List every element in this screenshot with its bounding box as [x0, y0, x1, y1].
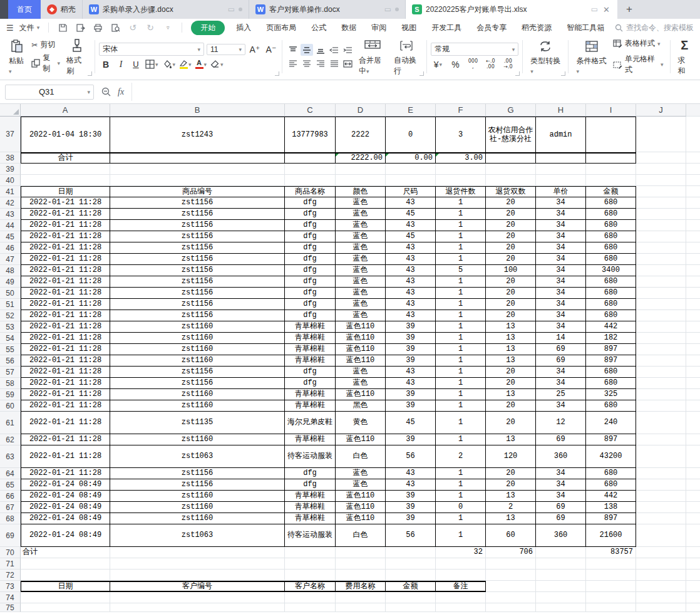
- cell-D75[interactable]: [336, 603, 386, 612]
- cell-D67[interactable]: 蓝色110: [336, 502, 386, 513]
- cell-H54[interactable]: 14: [536, 333, 586, 344]
- undo-button[interactable]: ↺: [125, 21, 140, 34]
- cell-I38[interactable]: [586, 152, 636, 164]
- cell-I51[interactable]: 680: [586, 299, 636, 310]
- cell-C65[interactable]: dfg: [285, 479, 336, 491]
- cell-overflow[interactable]: [686, 265, 700, 276]
- cell-overflow[interactable]: [686, 592, 700, 603]
- cell-F61[interactable]: 1: [436, 412, 486, 434]
- cell-F42[interactable]: 1: [436, 197, 486, 209]
- cell-I42[interactable]: 680: [586, 197, 636, 209]
- cell-F47[interactable]: 1: [436, 254, 486, 265]
- cell-H74[interactable]: [536, 592, 586, 603]
- cell-G46[interactable]: 20: [486, 242, 536, 254]
- cell-A45[interactable]: 2022-01-21 11:28: [21, 231, 110, 242]
- cell-I67[interactable]: 138: [586, 502, 636, 513]
- cell-D42[interactable]: 蓝色: [336, 197, 386, 209]
- row-header-47[interactable]: 47: [0, 254, 21, 265]
- tab-rice[interactable]: ❖ 稻壳: [41, 0, 83, 19]
- cell-H44[interactable]: 34: [536, 220, 586, 231]
- cell-J60[interactable]: [636, 400, 686, 412]
- cell-overflow[interactable]: [686, 242, 700, 254]
- cell-H49[interactable]: 34: [536, 276, 586, 288]
- cell-H53[interactable]: 34: [536, 321, 586, 333]
- font-size-select[interactable]: 11 ▾: [207, 44, 245, 55]
- cell-C71[interactable]: [285, 558, 336, 570]
- cell-J62[interactable]: [636, 434, 686, 445]
- cell-A55[interactable]: 2022-01-21 11:28: [21, 344, 110, 355]
- cell-F57[interactable]: 1: [436, 367, 486, 378]
- cell-B44[interactable]: zst1156: [110, 220, 285, 231]
- cell-G59[interactable]: 13: [486, 389, 536, 400]
- cell-overflow[interactable]: [686, 209, 700, 220]
- row-header-65[interactable]: 65: [0, 479, 21, 491]
- row-header-66[interactable]: 66: [0, 491, 21, 502]
- menu-tab-start[interactable]: 开始: [191, 21, 225, 35]
- justify-button[interactable]: [328, 58, 341, 70]
- row-header-42[interactable]: 42: [0, 197, 21, 209]
- cell-F49[interactable]: 1: [436, 276, 486, 288]
- cell-F75[interactable]: [436, 603, 486, 612]
- cell-J56[interactable]: [636, 355, 686, 367]
- cell-overflow[interactable]: [686, 558, 700, 570]
- cell-A58[interactable]: 2022-01-21 11:28: [21, 378, 110, 389]
- align-top-button[interactable]: [287, 44, 299, 56]
- cell-A75[interactable]: [21, 603, 110, 612]
- cell-H69[interactable]: 360: [536, 524, 586, 547]
- cell-B75[interactable]: [110, 603, 285, 612]
- cell-I43[interactable]: 680: [586, 209, 636, 220]
- underline-button[interactable]: U: [129, 58, 143, 71]
- cell-H63[interactable]: 360: [536, 445, 586, 468]
- cell-overflow[interactable]: [686, 333, 700, 344]
- cell-C41[interactable]: 商品名称: [285, 186, 336, 197]
- cell-I55[interactable]: 897: [586, 344, 636, 355]
- cell-E70[interactable]: [386, 547, 436, 558]
- cell-F73[interactable]: 备注: [436, 581, 486, 592]
- menu-tab-page-layout[interactable]: 页面布局: [260, 21, 302, 35]
- cell-C60[interactable]: 青草棉鞋: [285, 400, 336, 412]
- menu-tab-member[interactable]: 会员专享: [470, 21, 513, 35]
- cell-B56[interactable]: zst1160: [110, 355, 285, 367]
- cell-G50[interactable]: 20: [486, 288, 536, 299]
- cell-H46[interactable]: 34: [536, 242, 586, 254]
- cell-D69[interactable]: 白色: [336, 524, 386, 547]
- cell-J38[interactable]: [636, 152, 686, 164]
- cell-G64[interactable]: 20: [486, 468, 536, 479]
- quickbar-more-button[interactable]: ▿: [160, 21, 175, 34]
- cell-H47[interactable]: 34: [536, 254, 586, 265]
- cell-C64[interactable]: dfg: [285, 468, 336, 479]
- table-style-button[interactable]: 表格样式 ▾: [610, 37, 666, 50]
- row-header-45[interactable]: 45: [0, 231, 21, 242]
- cell-I63[interactable]: 43200: [586, 445, 636, 468]
- cell-J51[interactable]: [636, 299, 686, 310]
- cell-H43[interactable]: 34: [536, 209, 586, 220]
- cell-D47[interactable]: 蓝色: [336, 254, 386, 265]
- cell-A68[interactable]: 2022-01-24 08:49: [21, 513, 110, 524]
- cell-A72[interactable]: [21, 570, 110, 581]
- distribute-button[interactable]: [342, 58, 354, 70]
- cell-F59[interactable]: 1: [436, 389, 486, 400]
- font-name-select[interactable]: 宋体 ▾: [99, 43, 204, 56]
- cell-G48[interactable]: 100: [486, 265, 536, 276]
- cell-C37[interactable]: 13777983: [285, 117, 336, 152]
- cell-J44[interactable]: [636, 220, 686, 231]
- cell-F56[interactable]: 1: [436, 355, 486, 367]
- cell-G71[interactable]: [486, 558, 536, 570]
- row-header-62[interactable]: 62: [0, 434, 21, 445]
- cell-H38[interactable]: [536, 152, 586, 164]
- menu-tab-review[interactable]: 审阅: [365, 21, 393, 35]
- cell-J57[interactable]: [636, 367, 686, 378]
- cell-J48[interactable]: [636, 265, 686, 276]
- cell-J47[interactable]: [636, 254, 686, 265]
- cell-B41[interactable]: 商品编号: [110, 186, 285, 197]
- cell-J49[interactable]: [636, 276, 686, 288]
- cell-J65[interactable]: [636, 479, 686, 491]
- cell-A54[interactable]: 2022-01-21 11:28: [21, 333, 110, 344]
- cell-overflow[interactable]: [686, 412, 700, 434]
- increase-font-button[interactable]: A⁺: [248, 43, 262, 56]
- cell-B43[interactable]: zst1156: [110, 209, 285, 220]
- cell-G45[interactable]: 20: [486, 231, 536, 242]
- cell-D53[interactable]: 蓝色110: [336, 321, 386, 333]
- cell-H64[interactable]: 34: [536, 468, 586, 479]
- clear-format-button[interactable]: ▾: [209, 58, 225, 71]
